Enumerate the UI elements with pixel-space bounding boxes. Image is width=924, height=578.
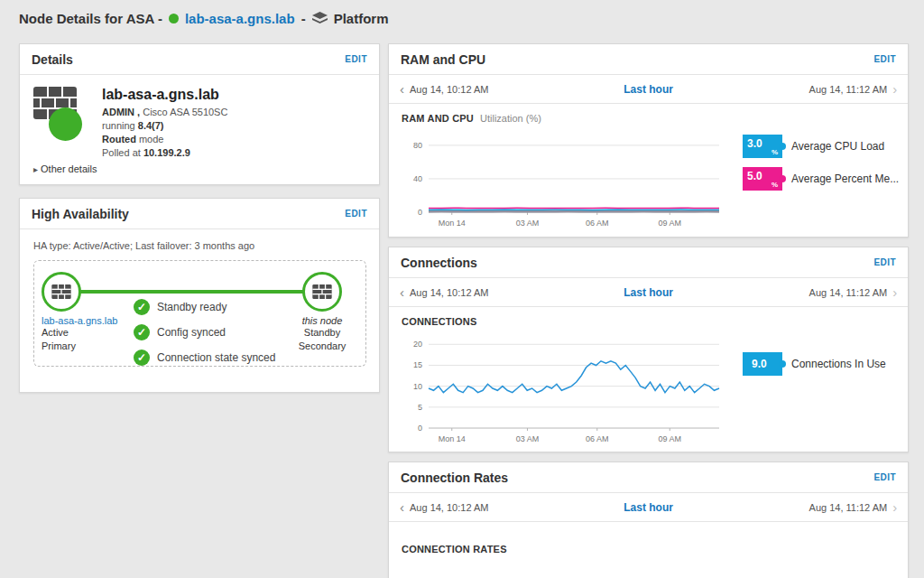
time-prev-icon[interactable]: ‹ [400, 500, 404, 514]
svg-text:06 AM: 06 AM [586, 434, 609, 443]
legend-item-memory: 5.0 % Average Percent Me... [743, 167, 899, 191]
device-icon-wrap [33, 87, 93, 157]
time-end: Aug 14, 11:12 AM [809, 287, 888, 298]
connection-rates-card: Connection Rates EDIT ‹ Aug 14, 10:12 AM… [388, 461, 909, 578]
device-info: lab-asa-a.gns.lab ADMIN , Cisco ASA 5510… [93, 87, 227, 160]
svg-text:0: 0 [418, 424, 422, 433]
connection-rates-edit-button[interactable]: EDIT [873, 472, 896, 482]
device-polled: Polled at 10.199.2.9 [102, 146, 227, 160]
device-version: running 8.4(7) [102, 119, 227, 133]
connections-card-header: Connections EDIT [389, 247, 908, 278]
svg-text:Mon 14: Mon 14 [439, 219, 466, 228]
connections-legend: 9.0 Connections In Use [743, 352, 886, 444]
details-body: lab-asa-a.gns.lab ADMIN , Cisco ASA 5510… [20, 75, 379, 160]
details-title: Details [32, 52, 73, 67]
connections-chart-label: CONNECTIONS [389, 307, 908, 329]
ram-cpu-legend: 3.0 % Average CPU Load 5.0 % Average Per… [743, 135, 899, 228]
ha-check-item: ✓ Standby ready [134, 299, 275, 315]
node-status-dot [169, 14, 179, 23]
platform-icon [312, 12, 328, 25]
ha-card-header: High Availability EDIT [20, 199, 379, 229]
ha-edit-button[interactable]: EDIT [345, 209, 367, 219]
svg-text:09 AM: 09 AM [659, 219, 682, 228]
svg-text:15: 15 [413, 360, 422, 369]
cpu-value-badge: 3.0 % [743, 135, 782, 158]
connections-card: Connections EDIT ‹ Aug 14, 10:12 AM Last… [388, 247, 909, 452]
page-header: Node Details for ASA - lab-asa-a.gns.lab… [0, 0, 924, 36]
device-mode: Routed mode [102, 133, 227, 146]
ram-cpu-chart-label: RAM AND CPU Utilization (%) [389, 104, 908, 126]
ha-primary-role: Primary [42, 340, 150, 353]
time-range-selector[interactable]: Last hour [544, 501, 753, 514]
connection-rates-timebar: ‹ Aug 14, 10:12 AM Last hour Aug 14, 11:… [389, 493, 908, 522]
details-edit-button[interactable]: EDIT [345, 54, 367, 64]
expand-triangle-icon: ▸ [33, 164, 38, 174]
connections-timebar: ‹ Aug 14, 10:12 AM Last hour Aug 14, 11:… [389, 278, 908, 307]
ram-cpu-edit-button[interactable]: EDIT [873, 54, 896, 64]
svg-text:Mon 14: Mon 14 [439, 434, 466, 443]
time-prev-icon[interactable]: ‹ [400, 285, 404, 299]
ha-primary-state: Active [42, 326, 150, 340]
ha-node-standby: this node Standby Secondary [291, 272, 354, 353]
device-role-model: ADMIN , Cisco ASA 5510SC [102, 106, 227, 119]
time-range-selector[interactable]: Last hour [544, 286, 753, 299]
ha-summary: HA type: Active/Active; Last failover: 3… [20, 229, 379, 260]
svg-text:10: 10 [413, 382, 422, 391]
ha-primary-node-icon [42, 272, 81, 312]
left-column: Details EDIT [19, 43, 380, 393]
svg-text:03 AM: 03 AM [516, 219, 540, 228]
svg-text:06 AM: 06 AM [586, 219, 609, 228]
ha-standby-role: Secondary [299, 340, 346, 353]
time-end: Aug 14, 11:12 AM [809, 84, 888, 95]
ram-cpu-card-header: RAM and CPU EDIT [389, 44, 908, 75]
time-next-icon[interactable]: › [892, 285, 897, 299]
connections-title: Connections [401, 256, 477, 270]
time-next-icon[interactable]: › [892, 500, 897, 514]
connection-rates-chart-label: CONNECTION RATES [389, 522, 908, 564]
time-start: Aug 14, 10:12 AM [410, 287, 488, 298]
svg-text:09 AM: 09 AM [659, 434, 682, 443]
ha-standby-state: Standby [304, 326, 340, 340]
ram-cpu-card: RAM and CPU EDIT ‹ Aug 14, 10:12 AM Last… [388, 43, 909, 238]
svg-text:20: 20 [413, 340, 422, 349]
ram-cpu-chart: 04080Mon 1403 AM06 AM09 AM [402, 127, 726, 228]
platform-label: Platform [334, 11, 389, 26]
connections-value-badge: 9.0 [743, 352, 782, 376]
svg-text:5: 5 [418, 403, 422, 412]
title-separator: - [301, 11, 306, 26]
ha-title: High Availability [32, 207, 129, 221]
ha-check-item: ✓ Connection state synced [134, 350, 275, 366]
ha-standby-this-node: this node [302, 315, 343, 326]
ram-cpu-title: RAM and CPU [401, 52, 485, 67]
device-name: lab-asa-a.gns.lab [102, 87, 227, 103]
ha-card: High Availability EDIT HA type: Active/A… [19, 198, 380, 393]
svg-text:40: 40 [413, 174, 422, 183]
svg-text:80: 80 [413, 141, 422, 150]
other-details-expander[interactable]: ▸Other details [20, 160, 379, 183]
svg-text:0: 0 [418, 208, 422, 217]
node-name-link[interactable]: lab-asa-a.gns.lab [185, 11, 295, 26]
connections-edit-button[interactable]: EDIT [873, 257, 896, 267]
connection-rates-title: Connection Rates [401, 471, 508, 485]
ha-primary-node-link[interactable]: lab-asa-a.gns.lab [42, 315, 150, 326]
ha-topology-box: lab-asa-a.gns.lab Active Primary ✓ Stand… [33, 260, 366, 367]
right-column: RAM and CPU EDIT ‹ Aug 14, 10:12 AM Last… [388, 43, 909, 578]
time-start: Aug 14, 10:12 AM [410, 84, 488, 95]
page-title: Node Details for ASA - [19, 11, 162, 26]
time-range-selector[interactable]: Last hour [544, 83, 753, 96]
time-prev-icon[interactable]: ‹ [400, 82, 404, 96]
time-end: Aug 14, 11:12 AM [809, 502, 888, 513]
time-next-icon[interactable]: › [892, 82, 897, 96]
ha-standby-node-icon [302, 272, 342, 312]
ha-check-item: ✓ Config synced [134, 324, 275, 340]
connection-rates-card-header: Connection Rates EDIT [389, 462, 908, 493]
time-start: Aug 14, 10:12 AM [410, 502, 488, 513]
legend-item-connections: 9.0 Connections In Use [743, 352, 886, 376]
details-card-header: Details EDIT [20, 44, 379, 75]
svg-text:03 AM: 03 AM [516, 434, 540, 443]
ha-node-primary: lab-asa-a.gns.lab Active Primary [42, 272, 150, 353]
connections-chart: 05101520Mon 1403 AM06 AM09 AM [402, 331, 726, 444]
legend-item-cpu: 3.0 % Average CPU Load [743, 135, 899, 158]
ha-check-list: ✓ Standby ready ✓ Config synced ✓ Connec… [134, 299, 275, 366]
memory-value-badge: 5.0 % [743, 167, 782, 191]
